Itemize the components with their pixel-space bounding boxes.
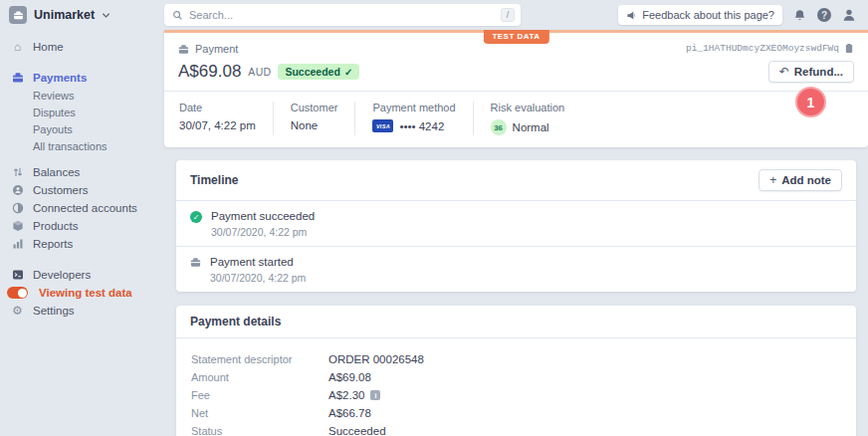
account-switcher[interactable]: Unimarket <box>0 6 164 24</box>
user-avatar-icon[interactable] <box>842 8 856 22</box>
meta-date: Date 30/07, 4:22 pm <box>164 102 273 135</box>
timeline-title: Timeline <box>190 173 238 187</box>
risk-score-badge: 36 <box>491 119 507 135</box>
sidebar-item-reviews[interactable]: Reviews <box>0 87 164 104</box>
search-icon <box>172 10 183 21</box>
sidebar-item-balances[interactable]: Balances <box>0 163 164 181</box>
meta-payment-method: Payment method VISA •••• 4242 <box>354 102 472 135</box>
copy-clipboard-icon[interactable] <box>844 43 854 54</box>
sidebar-item-customers[interactable]: Customers <box>0 181 164 199</box>
fee-info-icon[interactable] <box>370 390 380 400</box>
meta-risk-evaluation: Risk evaluation 36 Normal <box>473 102 582 135</box>
payment-currency: AUD <box>248 66 271 78</box>
test-data-badge: TEST DATA <box>483 30 548 44</box>
plus-icon: + <box>769 174 776 186</box>
timeline-event-succeeded: Payment succeeded 30/07/2020, 4:22 pm <box>176 201 856 247</box>
test-data-toggle[interactable] <box>7 287 28 299</box>
search-shortcut-hint: / <box>501 8 515 22</box>
app-window: Unimarket / Feedback about this page? ? <box>0 0 868 436</box>
sidebar-item-all-transactions[interactable]: All transactions <box>0 137 164 154</box>
add-note-button[interactable]: + Add note <box>759 169 842 191</box>
brand-name: Unimarket <box>34 8 95 22</box>
status-badge: Succeeded <box>278 64 359 80</box>
timeline-event-started: Payment started 30/07/2020, 4:22 pm <box>176 247 856 292</box>
brand-logo-icon <box>9 6 27 24</box>
reports-icon <box>11 238 24 250</box>
payment-started-icon <box>190 257 201 284</box>
payments-icon <box>11 72 24 84</box>
annotation-marker-1: 1 <box>797 89 824 115</box>
main-content: TEST DATA Payment A$69.08 AUD Succeede <box>164 30 868 436</box>
topbar-actions: Feedback about this page? ? <box>618 5 868 25</box>
payment-type-icon <box>178 44 189 55</box>
chevron-down-icon <box>102 11 110 20</box>
payment-summary-card: TEST DATA Payment A$69.08 AUD Succeede <box>164 30 868 147</box>
help-icon[interactable]: ? <box>817 8 831 22</box>
success-check-icon <box>190 211 202 223</box>
settings-gear-icon: ⚙ <box>11 305 24 317</box>
risk-level: Normal <box>513 121 549 133</box>
sidebar-item-payments[interactable]: Payments <box>0 69 164 87</box>
sidebar-item-viewing-test-data[interactable]: Viewing test data <box>0 284 164 302</box>
payment-type-label: Payment <box>195 43 238 55</box>
detail-row-status: Status Succeeded <box>191 422 842 436</box>
payment-details-title: Payment details <box>190 315 281 328</box>
detail-row-fee: Fee A$2.30 <box>191 386 842 404</box>
sidebar-item-developers[interactable]: Developers <box>0 266 164 284</box>
balances-icon <box>11 166 24 178</box>
sidebar-item-payouts[interactable]: Payouts <box>0 120 164 137</box>
payment-summary-right: pi_1HATHUDmcyZXEOMoyzswdFWq ↶ Refund... <box>686 43 854 83</box>
payment-summary-left: Payment A$69.08 AUD Succeeded <box>178 43 359 83</box>
sidebar-item-disputes[interactable]: Disputes <box>0 104 164 120</box>
sidebar-item-reports[interactable]: Reports <box>0 235 164 253</box>
card-last4: •••• 4242 <box>399 120 444 132</box>
notifications-bell-icon[interactable] <box>793 9 806 22</box>
refund-undo-icon: ↶ <box>779 66 789 78</box>
payment-id[interactable]: pi_1HATHUDmcyZXEOMoyzswdFWq <box>686 43 854 54</box>
timeline-card: Timeline + Add note Payment succeeded 30… <box>176 160 856 292</box>
meta-customer: Customer None <box>273 102 355 135</box>
sidebar-nav: ⌂ Home Payments Reviews Disputes Payouts… <box>0 30 164 436</box>
sidebar-item-settings[interactable]: ⚙ Settings <box>0 302 164 320</box>
developers-icon <box>11 269 24 281</box>
customers-icon <box>11 184 24 196</box>
megaphone-icon <box>626 10 637 21</box>
payment-amount: A$69.08 <box>178 62 241 82</box>
sidebar-item-connected-accounts[interactable]: Connected accounts <box>0 199 164 217</box>
sidebar-item-products[interactable]: Products <box>0 217 164 235</box>
detail-row-net: Net A$66.78 <box>191 404 842 422</box>
payment-meta-row: Date 30/07, 4:22 pm Customer None Paymen… <box>164 91 868 147</box>
detail-row-statement-descriptor: Statement descriptor ORDER 00026548 <box>191 350 842 368</box>
search-bar[interactable]: / <box>164 4 521 26</box>
feedback-button[interactable]: Feedback about this page? <box>618 5 782 25</box>
refund-button[interactable]: ↶ Refund... <box>768 61 854 83</box>
feedback-label: Feedback about this page? <box>642 9 774 21</box>
sidebar-item-home[interactable]: ⌂ Home <box>0 38 164 56</box>
search-input[interactable] <box>189 9 495 21</box>
home-icon: ⌂ <box>11 41 24 53</box>
payment-details-card: Payment details Statement descriptor ORD… <box>176 306 856 436</box>
detail-row-amount: Amount A$69.08 <box>191 368 842 386</box>
connected-accounts-icon <box>11 202 24 214</box>
top-bar: Unimarket / Feedback about this page? ? <box>0 0 868 30</box>
visa-card-icon: VISA <box>372 119 393 132</box>
products-icon <box>11 220 24 232</box>
